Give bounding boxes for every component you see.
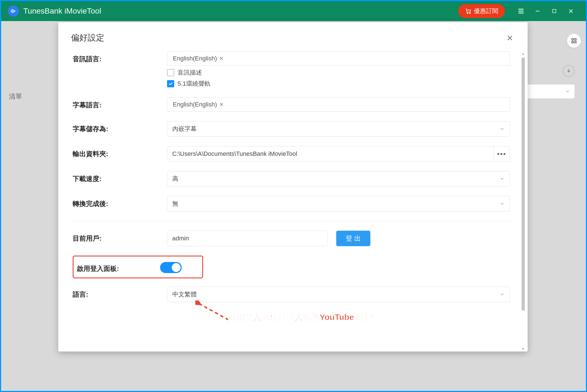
- select-subtitle-save-as[interactable]: 內嵌字幕: [167, 121, 510, 137]
- svg-marker-15: [522, 53, 524, 55]
- chevron-down-icon: [500, 176, 505, 181]
- minimize-icon[interactable]: [531, 4, 544, 18]
- label-subtitle-save-as: 字幕儲存為:: [73, 121, 167, 137]
- preferences-modal: 偏好設定 音訊語言: English(English) ✕: [58, 22, 528, 352]
- scrollbar[interactable]: [521, 52, 525, 350]
- audio-language-tag: English(English) ✕: [171, 54, 226, 63]
- label-current-user: 目前用戶:: [73, 231, 167, 246]
- scroll-down-icon[interactable]: [521, 347, 525, 351]
- grid-apps-button[interactable]: [567, 34, 581, 48]
- chevron-down-icon: [500, 292, 505, 297]
- subscribe-label: 優惠訂閱: [474, 7, 498, 15]
- chevron-down-icon: [500, 126, 505, 131]
- svg-rect-6: [553, 9, 556, 13]
- chevron-down-icon: [500, 201, 505, 206]
- close-icon[interactable]: [505, 33, 515, 43]
- modal-scroll-area[interactable]: 音訊語言: English(English) ✕ 音訊描述: [73, 51, 513, 352]
- close-window-icon[interactable]: [564, 4, 578, 18]
- highlight-enable-login: 啟用登入面板:: [73, 256, 203, 278]
- menu-icon[interactable]: [514, 4, 528, 18]
- modal-title: 偏好設定: [71, 32, 505, 44]
- audio-language-input[interactable]: English(English) ✕: [167, 51, 510, 66]
- current-user-field[interactable]: admin: [167, 231, 328, 246]
- background-dropdown[interactable]: [525, 84, 575, 99]
- app-logo-icon: [8, 6, 19, 17]
- scroll-up-icon[interactable]: [521, 52, 525, 56]
- label-after-convert: 轉換完成後:: [73, 196, 167, 212]
- scrollbar-thumb[interactable]: [522, 57, 525, 311]
- subscribe-button[interactable]: 優惠訂閱: [458, 4, 505, 18]
- select-download-speed[interactable]: 高: [167, 171, 510, 187]
- label-language: 語言:: [73, 287, 167, 302]
- output-folder-field[interactable]: C:\Users\A\Documents\TunesBank iMovieToo…: [167, 146, 510, 162]
- svg-point-1: [470, 13, 470, 14]
- divider: [73, 221, 510, 221]
- svg-point-0: [467, 13, 468, 14]
- label-audio-description: 音訊描述: [178, 68, 202, 77]
- logout-button[interactable]: 登 出: [336, 231, 370, 246]
- label-surround: 5.1環繞聲軌: [178, 80, 211, 88]
- svg-marker-16: [522, 348, 524, 350]
- checkbox-audio-description[interactable]: [167, 69, 174, 76]
- remove-tag-icon[interactable]: ✕: [219, 101, 224, 108]
- label-audio-language: 音訊語言:: [73, 51, 167, 88]
- toggle-enable-login-panel[interactable]: [160, 262, 182, 273]
- svg-rect-9: [572, 39, 573, 40]
- app-title: TunesBank iMovieTool: [23, 7, 101, 16]
- select-language[interactable]: 中文繁體: [167, 287, 510, 302]
- svg-rect-10: [575, 39, 576, 40]
- label-output-folder: 輸出資料夾:: [73, 146, 167, 162]
- maximize-icon[interactable]: [548, 4, 561, 18]
- subtitle-language-input[interactable]: English(English) ✕: [167, 97, 510, 112]
- subtitle-language-tag: English(English) ✕: [171, 100, 226, 109]
- svg-rect-11: [572, 41, 573, 43]
- label-download-speed: 下載速度:: [73, 171, 167, 187]
- label-enable-login-panel: 啟用登入面板:: [77, 261, 160, 273]
- checkbox-surround[interactable]: [167, 80, 174, 87]
- toggle-knob: [172, 263, 181, 272]
- svg-rect-12: [575, 41, 576, 43]
- remove-tag-icon[interactable]: ✕: [219, 55, 224, 62]
- browse-folder-button[interactable]: •••: [494, 146, 510, 161]
- download-queue-icon[interactable]: [563, 65, 575, 77]
- title-bar: TunesBank iMovieTool 優惠訂閱: [1, 1, 586, 21]
- label-subtitle-language: 字幕語言:: [73, 97, 167, 112]
- select-after-convert[interactable]: 無: [167, 196, 510, 212]
- list-label: 清單: [9, 92, 22, 101]
